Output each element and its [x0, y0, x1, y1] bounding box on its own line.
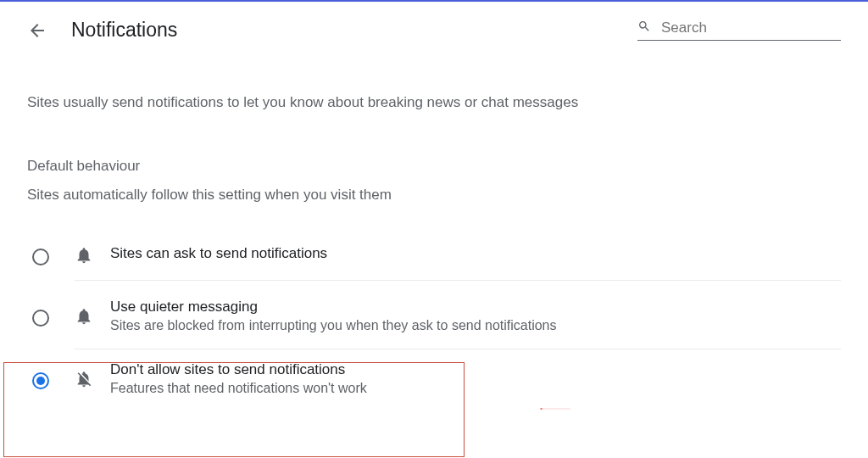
- search-icon: [637, 20, 651, 36]
- search-input[interactable]: [661, 20, 841, 36]
- back-arrow-icon[interactable]: [27, 20, 47, 41]
- option-label: Don't allow sites to send notifications: [110, 361, 841, 378]
- content: Sites usually send notifications to let …: [0, 52, 868, 428]
- bell-icon: [75, 246, 93, 265]
- option-sublabel: Sites are blocked from interrupting you …: [110, 318, 841, 333]
- option-sublabel: Features that need notifications won't w…: [110, 381, 841, 396]
- options-list: Sites can ask to send notifications Use …: [27, 227, 841, 411]
- bell-off-icon: [75, 370, 93, 388]
- radio-button[interactable]: [32, 372, 49, 389]
- search-box[interactable]: [637, 20, 841, 41]
- radio-button[interactable]: [32, 249, 49, 265]
- bell-icon: [75, 307, 93, 326]
- header: Notifications: [0, 2, 868, 52]
- section-subtitle: Sites automatically follow this setting …: [27, 187, 841, 204]
- description-text: Sites usually send notifications to let …: [27, 94, 841, 111]
- page-title: Notifications: [71, 19, 637, 42]
- option-dont-allow[interactable]: Don't allow sites to send notifications …: [27, 349, 841, 411]
- option-label: Sites can ask to send notifications: [110, 245, 841, 262]
- option-label: Use quieter messaging: [110, 299, 841, 316]
- section-title: Default behaviour: [27, 158, 841, 175]
- option-quieter-messaging[interactable]: Use quieter messaging Sites are blocked …: [27, 287, 841, 349]
- radio-button[interactable]: [32, 310, 49, 327]
- option-sites-can-ask[interactable]: Sites can ask to send notifications: [27, 227, 841, 287]
